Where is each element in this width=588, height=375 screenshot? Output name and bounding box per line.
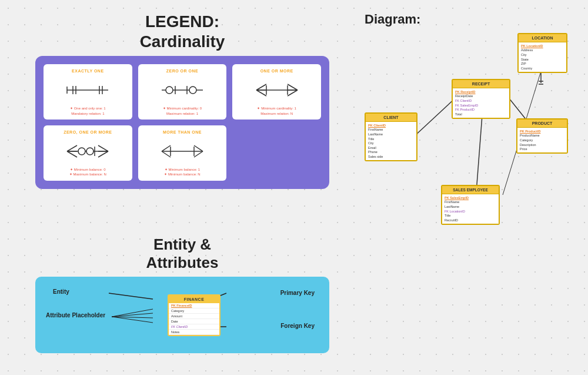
svg-line-21 xyxy=(67,145,77,151)
db-entity-sales-employee-header: SALES EMPLOYEE xyxy=(442,186,499,194)
entity-finance-row-5: Notes xyxy=(169,330,219,335)
entity-section-title: Entity & Attributes xyxy=(35,235,329,272)
entity-label-fk: Foreign Key xyxy=(280,323,315,329)
db-entity-product: PRODUCT PK ProductID ProductName Categor… xyxy=(516,118,568,154)
legend-card-title-2: ONE OR MORE xyxy=(260,69,293,73)
entity-diagram-box: Entity Primary Key Attribute Placeholder… xyxy=(35,277,329,353)
db-entity-client-header: CLIENT xyxy=(366,114,416,122)
db-entity-sales-employee-body: PK SalesEmpID FirstName LastName FK Loca… xyxy=(442,194,499,224)
svg-line-16 xyxy=(288,84,298,90)
legend-card-title-1: ZERO OR ONE xyxy=(166,69,199,73)
legend-card-one-or-more: ONE OR MORE xyxy=(232,64,321,120)
svg-point-24 xyxy=(78,148,85,155)
svg-line-40 xyxy=(112,313,153,317)
svg-line-26 xyxy=(98,145,108,151)
entity-finance-row-1: Category xyxy=(169,308,219,314)
legend-card-exactly-one: EXACTLY ONE ✦ One and only one: 1 M xyxy=(44,64,132,120)
diagram-section: Diagram: LOCATION xyxy=(365,12,576,268)
svg-line-12 xyxy=(256,84,266,90)
db-entity-receipt: RECEIPT PK ReceiptID ReceiptDate FK Clie… xyxy=(452,79,510,119)
legend-section: LEGEND: Cardinality EXACTLY ONE xyxy=(35,12,329,189)
entity-finance-header: FINANCE xyxy=(169,296,219,303)
db-entity-product-header: PRODUCT xyxy=(517,120,567,128)
svg-point-29 xyxy=(86,148,93,155)
legend-card-more-than-one: MORE THAN ONE ✦ Minimum balance: xyxy=(138,125,227,181)
svg-line-37 xyxy=(109,293,153,299)
legend-card-title-0: EXACTLY ONE xyxy=(72,69,104,73)
svg-line-13 xyxy=(256,90,266,96)
svg-line-35 xyxy=(194,145,203,151)
svg-point-9 xyxy=(189,87,196,94)
zero-or-one-symbol xyxy=(159,75,206,105)
svg-line-33 xyxy=(162,151,171,157)
svg-line-32 xyxy=(162,145,171,151)
entity-finance-row-2: Amount xyxy=(169,314,219,319)
legend-card-title-4: MORE THAN ONE xyxy=(163,130,202,134)
entity-finance-card: FINANCE PK FinanceID Category Amount Dat… xyxy=(168,294,220,336)
svg-line-42 xyxy=(112,317,153,323)
db-entity-location-header: LOCATION xyxy=(519,34,566,42)
legend-title-line1: LEGEND: xyxy=(145,12,219,31)
entity-label-entity: Entity xyxy=(53,288,69,295)
legend-card-title-3: ZERO, ONE OR MORE xyxy=(64,130,112,134)
db-entity-client: CLIENT PK ClientID FirstName LastName Ti… xyxy=(365,112,417,161)
db-entity-location: LOCATION PK LocationID Address City Stat… xyxy=(517,33,567,73)
legend-desc-4: ✦ Minimum balance: 1 ✦ Minimum balance: … xyxy=(164,167,200,177)
svg-line-47 xyxy=(476,115,482,192)
db-entity-receipt-header: RECEIPT xyxy=(453,80,509,88)
zero-one-more-symbol xyxy=(64,137,111,166)
legend-box: EXACTLY ONE ✦ One and only one: 1 M xyxy=(35,56,329,189)
entity-section: Entity & Attributes Entity Primary Key A… xyxy=(35,235,329,353)
svg-line-39 xyxy=(112,309,153,317)
more-than-one-symbol xyxy=(159,137,206,166)
legend-desc-0: ✦ One and only one: 1 Mandatory relation… xyxy=(70,106,106,116)
legend-title: LEGEND: Cardinality xyxy=(35,12,329,51)
exactly-one-symbol xyxy=(64,75,111,105)
legend-card-zero-or-one: ZERO OR ONE ✦ Minimum cardinality: 0 Max… xyxy=(138,64,227,120)
db-entity-product-body: PK ProductID ProductName Category Descri… xyxy=(517,128,567,152)
db-entity-sales-employee: SALES EMPLOYEE PK SalesEmpID FirstName L… xyxy=(441,185,500,225)
db-entity-client-body: PK ClientID FirstName LastName Title Cit… xyxy=(366,122,416,160)
diagram-area: LOCATION PK LocationID Address City Stat… xyxy=(365,33,576,268)
entity-finance-row-0: PK FinanceID xyxy=(169,303,219,308)
legend-subtitle: Cardinality xyxy=(140,32,225,51)
svg-point-7 xyxy=(166,87,173,94)
entity-finance-row-4: FK ClientID xyxy=(169,324,219,330)
one-or-more-symbol xyxy=(253,75,300,105)
svg-line-45 xyxy=(415,98,456,136)
diagram-title: Diagram: xyxy=(365,12,576,27)
legend-desc-1: ✦ Minimum cardinality: 0 Maximum relatio… xyxy=(163,106,202,116)
db-entity-receipt-body: PK ReceiptID ReceiptDate FK ClientID FK … xyxy=(453,88,509,118)
legend-desc-3: ✦ Minimum balance: 0 ✦ Maximum balance: … xyxy=(69,167,106,177)
svg-line-17 xyxy=(288,90,298,96)
db-entity-location-body: PK LocationID Address City State ZIP Cou… xyxy=(519,42,566,72)
entity-finance-row-3: Date xyxy=(169,319,219,324)
legend-desc-2: ✦ Minimum cardinality: 1 Maximum relatio… xyxy=(257,106,296,116)
entity-label-attr: Attribute Placeholder xyxy=(46,309,105,320)
svg-line-27 xyxy=(98,151,108,157)
svg-line-36 xyxy=(194,151,203,157)
svg-line-22 xyxy=(67,151,77,157)
legend-card-zero-one-more: ZERO, ONE OR MORE xyxy=(44,125,132,181)
entity-finance-body: PK FinanceID Category Amount Date FK Cli… xyxy=(169,303,219,335)
entity-label-pk: Primary Key xyxy=(280,290,315,296)
svg-line-41 xyxy=(112,317,153,318)
